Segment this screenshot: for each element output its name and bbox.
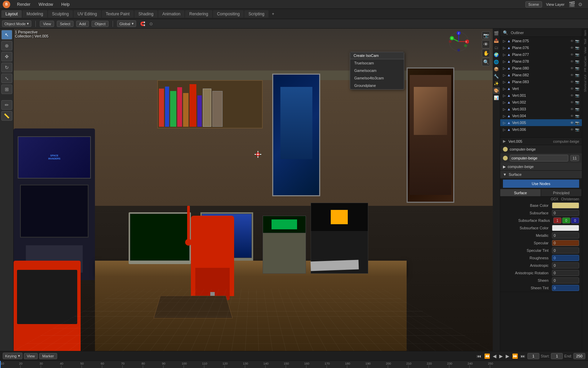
scale-tool-button[interactable]: ⤡ (1, 74, 12, 83)
base-color-input[interactable] (552, 202, 579, 209)
outliner-item-plane077[interactable]: ▷ ▲ Plane.077 👁 📷 (500, 51, 582, 58)
tab-compositing[interactable]: Compositing (213, 10, 244, 18)
material-name-input[interactable] (510, 155, 568, 162)
timeline-ruler[interactable]: 10 20 30 40 50 60 70 80 90 (0, 361, 588, 368)
outliner-item-vert004[interactable]: ▷ ▲ Vert.004 👁 📷 (500, 112, 582, 119)
anisotropic-rotation-value[interactable]: 0 (552, 270, 579, 276)
tab-animation[interactable]: Animation (158, 10, 184, 18)
ctx-item-groundplane[interactable]: Groundplane (350, 82, 404, 89)
metallic-value[interactable]: 0 (552, 232, 579, 239)
outliner-item-plane083[interactable]: ▷ ▲ Plane.083 👁 📷 (500, 78, 582, 85)
object-button[interactable]: Object (92, 21, 109, 27)
jump-start-button[interactable]: ⏮ (476, 353, 482, 359)
surface-tab[interactable]: Surface (500, 189, 541, 196)
keying-selector[interactable]: Keying▾ (3, 353, 22, 359)
shortcut-vui-label[interactable]: Shortcut VUI (583, 73, 588, 93)
specular-value[interactable]: 0 (552, 240, 579, 246)
principled-tab[interactable]: Principled (541, 189, 582, 196)
tab-uv-editing[interactable]: UV Editing (74, 10, 101, 18)
viewport-hand-button[interactable]: ✋ (482, 49, 490, 57)
measure-tool-button[interactable]: 📏 (1, 111, 12, 121)
tab-shading[interactable]: Shading (134, 10, 158, 18)
menu-render[interactable]: Render (16, 1, 32, 7)
outliner-item-plane075[interactable]: ▷ ▲ Plane.075 👁 📷 (500, 37, 582, 44)
outliner-item-vert001[interactable]: ▷ ▲ Vert.001 👁 📷 (500, 92, 582, 99)
subsurface-color-input[interactable] (552, 225, 579, 231)
timeline-marker-button[interactable]: Marker (39, 353, 57, 359)
outliner-item-vert006[interactable]: ▷ ▲ Vert.006 👁 📷 (500, 126, 582, 133)
outliner-item-plane080[interactable]: ▷ ▲ Plane.080 👁 📷 (500, 65, 582, 72)
settings-icon[interactable]: ⚙ (578, 2, 583, 7)
current-frame-input[interactable]: 1 (527, 353, 539, 359)
viewport-camera-button[interactable]: 📷 (482, 31, 490, 40)
outliner-item-vert002[interactable]: ▷ ▲ Vert.002 👁 📷 (500, 99, 582, 106)
menu-help[interactable]: Help (60, 1, 71, 7)
subsurface-r-input[interactable]: 1 (553, 217, 561, 224)
scene-name-field[interactable]: Scene (525, 1, 542, 7)
view-button[interactable]: View (40, 21, 54, 27)
transform-tool-button[interactable]: ⊞ (1, 85, 12, 94)
outliner-item-plane078[interactable]: ▷ ▲ Plane.078 👁 📷 (500, 58, 582, 65)
visibility-icon[interactable]: 👁 (570, 46, 574, 50)
3d-viewport[interactable]: SPACEINVADERS (14, 29, 493, 351)
snap-icon[interactable]: 🧲 (140, 21, 145, 26)
select-tool-button[interactable]: ↖ (1, 30, 12, 40)
view-label[interactable]: View (583, 46, 588, 55)
timeline-playhead[interactable] (0, 361, 1, 368)
surface-section-header[interactable]: ▼ Surface (500, 171, 582, 178)
jump-end-button[interactable]: ⏭ (520, 353, 526, 359)
data-props-icon[interactable]: 📊 (493, 94, 500, 101)
render-icon[interactable]: 📷 (575, 46, 579, 50)
rotate-tool-button[interactable]: ↻ (1, 63, 12, 72)
anisotropic-value[interactable]: 0 (552, 262, 579, 269)
timeline-view-button[interactable]: View (24, 353, 38, 359)
object-mode-selector[interactable]: Object Mode ▾ (2, 20, 31, 27)
proportional-edit-icon[interactable]: ⊙ (149, 21, 153, 26)
outliner-item-plane082[interactable]: ▷ ▲ Plane.082 👁 📷 (500, 72, 582, 78)
world-props-icon[interactable]: 🌐 (493, 59, 500, 65)
outliner-item-vert005[interactable]: ▷ ▲ Vert.005 👁 📷 (500, 119, 582, 126)
viewport-search-button[interactable]: 🔍 (482, 58, 490, 66)
tab-scripting[interactable]: Scripting (244, 10, 268, 18)
view-layer-props-icon[interactable]: 🗂 (493, 44, 500, 51)
navigation-gizmo[interactable]: X Y Z (448, 31, 469, 52)
transform-selector[interactable]: Global ▾ (117, 20, 136, 27)
play-button[interactable]: ▶ (499, 353, 504, 359)
material-color-dot[interactable] (503, 156, 508, 160)
roughness-value[interactable]: 0 (552, 255, 579, 261)
tab-rendering[interactable]: Rendering (185, 10, 212, 18)
material-color-swatch[interactable] (503, 147, 508, 152)
next-frame-button[interactable]: ▶ (505, 353, 510, 359)
annotate-tool-button[interactable]: ✏ (1, 100, 12, 110)
menu-window[interactable]: Window (37, 1, 54, 7)
prev-keyframe-button[interactable]: ⏪ (484, 353, 491, 359)
add-button[interactable]: Add (76, 21, 89, 27)
tab-layout[interactable]: Layout (1, 10, 22, 18)
tab-texture-paint[interactable]: Texture Paint (102, 10, 134, 18)
specular-tint-value[interactable]: 0 (552, 247, 579, 254)
output-props-icon[interactable]: 📤 (493, 37, 500, 44)
tab-modeling[interactable]: Modeling (22, 10, 47, 18)
select-button[interactable]: Select (57, 21, 74, 27)
move-tool-button[interactable]: ✥ (1, 52, 12, 61)
tab-sculpting[interactable]: Sculpting (48, 10, 73, 18)
object-props-icon[interactable]: 📦 (493, 66, 500, 73)
next-keyframe-button[interactable]: ⏩ (511, 353, 519, 359)
render-visibility-icon[interactable]: 📷 (575, 39, 579, 43)
outliner-item-plane076[interactable]: ▷ ▲ Plane.076 👁 📷 (500, 44, 582, 51)
ctx-item-trueisocam[interactable]: TrueIsocam (350, 59, 404, 67)
preview-section-header[interactable]: ▶ computer-beige (500, 163, 582, 170)
render-props-icon[interactable]: 🎬 (493, 30, 500, 37)
ctx-item-gameiso4to3cam[interactable]: GameIso4to3cam (350, 74, 404, 82)
prev-frame-button[interactable]: ◀ (492, 353, 497, 359)
ctx-item-gameisocam[interactable]: GameIsocam (350, 67, 404, 74)
item-label[interactable]: Item (583, 29, 588, 37)
add-workspace-button[interactable]: + (269, 10, 277, 18)
material-props-icon[interactable]: 🎨 (493, 87, 500, 94)
outliner-item-vert003[interactable]: ▷ ▲ Vert.003 👁 📷 (500, 106, 582, 112)
outliner-item-vert[interactable]: ▷ ▲ Vert 👁 📷 (500, 85, 582, 92)
use-nodes-button[interactable]: Use Nodes (503, 180, 579, 188)
tool-label[interactable]: Tool (583, 37, 588, 46)
end-frame-input[interactable]: 250 (573, 353, 585, 359)
modifier-props-icon[interactable]: 🔧 (493, 73, 500, 80)
